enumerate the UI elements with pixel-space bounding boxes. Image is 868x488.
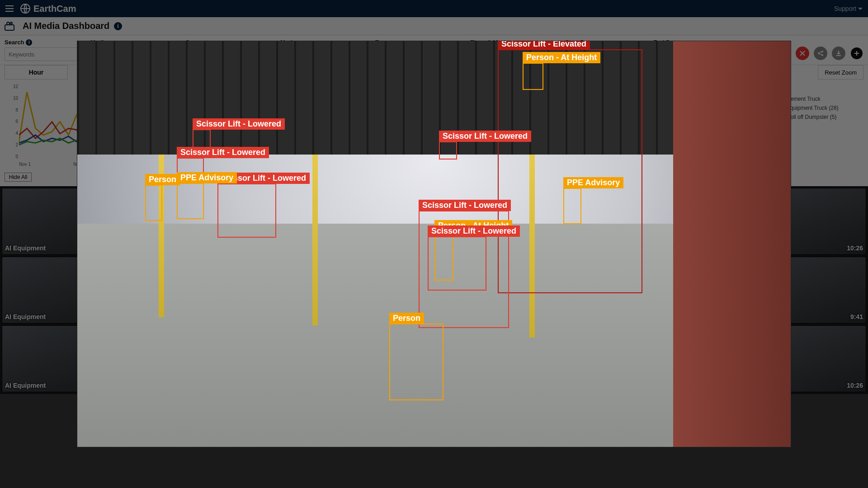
detection-box: Person — [389, 324, 443, 400]
detection-label: Person — [145, 174, 180, 185]
detection-label: PPE Advisory — [177, 172, 237, 183]
detection-label: Person - At Height — [523, 52, 600, 63]
detection-label: Scissor Lift - Lowered — [193, 118, 285, 130]
detection-label: Scissor Lift - Elevated — [498, 41, 590, 50]
detection-box: PPE Advisory — [563, 188, 581, 224]
detection-label: Scissor Lift - Lowered — [419, 200, 511, 211]
detection-label: PPE Advisory — [563, 177, 623, 188]
image-overlay[interactable]: Scissor Lift - ElevatedPerson - At Heigh… — [0, 0, 868, 488]
detection-image: Scissor Lift - ElevatedPerson - At Heigh… — [77, 41, 791, 447]
detection-box: Scissor Lift - Lowered — [217, 183, 276, 238]
detection-label: Scissor Lift - Lowered — [439, 131, 531, 142]
detection-label: Scissor Lift - Lowered — [428, 225, 520, 237]
detection-box: PPE Advisory — [177, 183, 204, 219]
detection-label: Scissor Lift - Lowered — [177, 147, 269, 158]
detection-box: Scissor Lift - Lowered — [439, 141, 457, 160]
detection-label: Person — [389, 313, 424, 324]
detection-box: Scissor Lift - Elevated — [498, 49, 642, 293]
detection-box: Person — [145, 185, 162, 221]
detection-box: Scissor Lift - Lowered — [428, 236, 486, 291]
detection-box: Person - At Height — [523, 63, 543, 90]
